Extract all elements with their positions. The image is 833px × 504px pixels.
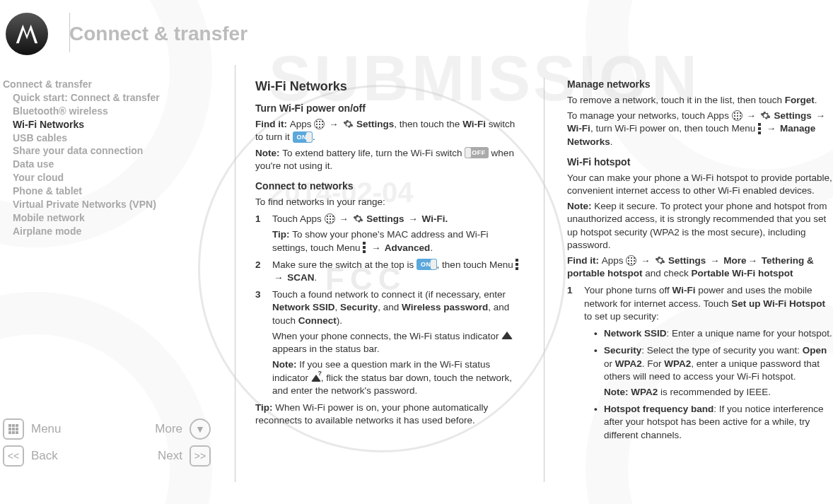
gear-icon — [342, 119, 354, 130]
table-of-contents: Connect & transferQuick start: Connect &… — [3, 78, 228, 238]
toc-item[interactable]: Bluetooth® wireless — [3, 105, 228, 118]
switch-off-icon: OFF — [465, 147, 489, 158]
menu-dots-icon — [515, 259, 520, 270]
svg-rect-3 — [8, 428, 11, 430]
svg-rect-4 — [12, 428, 15, 430]
chevron-right-icon: >> — [190, 445, 211, 467]
toc-item[interactable]: Data use — [3, 158, 228, 171]
svg-rect-7 — [12, 431, 15, 434]
menu-dots-icon — [363, 242, 367, 253]
wifi-question-icon — [311, 373, 321, 382]
column-divider — [235, 65, 235, 482]
toc-item[interactable]: Share your data connection — [3, 144, 228, 158]
more-button[interactable]: ▼ More — [155, 418, 211, 440]
next-label: Next — [158, 449, 182, 463]
toc-item[interactable]: Wi-Fi Networks — [3, 118, 228, 131]
circle-down-icon: ▼ — [190, 418, 211, 440]
menu-dots-icon — [758, 123, 762, 134]
more-label: More — [155, 422, 182, 436]
subsection-heading: Connect to networks — [255, 180, 521, 193]
body-text: To find networks in your range: — [255, 196, 521, 209]
page-title: Connect & transfer — [69, 23, 247, 45]
body-text: Note: To extend battery life, turn the W… — [255, 147, 521, 172]
back-label: Back — [31, 449, 58, 463]
column-divider — [544, 78, 544, 482]
subsection-heading: Turn Wi-Fi power on/off — [255, 102, 521, 115]
back-button[interactable]: << Back — [3, 445, 58, 467]
header-divider — [69, 13, 70, 52]
grid-icon — [3, 418, 24, 440]
toc-item[interactable]: Mobile network — [3, 211, 228, 225]
svg-rect-6 — [8, 431, 11, 434]
subsection-heading: Manage networks — [567, 78, 833, 91]
svg-rect-8 — [16, 431, 18, 434]
toc-item[interactable]: USB cables — [3, 131, 228, 145]
body-text: To manage your networks, touch Apps → Se… — [567, 110, 833, 148]
svg-rect-5 — [16, 428, 18, 430]
body-text: To remove a network, touch it in the lis… — [567, 94, 833, 107]
svg-rect-2 — [16, 424, 18, 427]
body-text: Tip: When Wi-Fi power is on, your phone … — [255, 402, 521, 427]
body-text: Note: Keep it secure. To protect your ph… — [567, 200, 833, 252]
list-item: Touch a found network to connect it (if … — [255, 288, 521, 397]
svg-rect-1 — [12, 424, 15, 427]
list-item: Your phone turns off Wi-Fi power and use… — [567, 284, 833, 441]
toc-item[interactable]: Phone & tablet — [3, 184, 228, 198]
list-item: Network SSID: Enter a unique name for yo… — [594, 327, 833, 340]
apps-icon — [626, 255, 636, 266]
gear-icon — [760, 110, 771, 122]
list-item: Touch Apps → Settings → Wi-Fi. Tip: To s… — [255, 213, 521, 254]
subsection-heading: Wi-Fi hotspot — [567, 156, 833, 169]
toc-item[interactable]: Virtual Private Networks (VPN) — [3, 198, 228, 211]
switch-on-icon: ON — [416, 259, 437, 270]
apps-icon — [314, 119, 325, 129]
body-text: Your can make your phone a Wi-Fi hotspot… — [567, 172, 833, 197]
gear-icon — [654, 254, 665, 266]
menu-button[interactable]: Menu — [3, 418, 62, 440]
toc-item[interactable]: Your cloud — [3, 171, 228, 184]
list-item: Security: Select the type of security yo… — [594, 344, 833, 399]
content-column-right: Manage networks To remove a network, tou… — [567, 78, 833, 482]
chevron-left-icon: << — [3, 445, 24, 467]
svg-rect-0 — [8, 424, 11, 427]
toc-item[interactable]: Quick start: Connect & transfer — [3, 91, 228, 105]
motorola-logo — [6, 13, 48, 55]
next-button[interactable]: >> Next — [158, 445, 211, 467]
apps-icon — [325, 213, 335, 224]
toc-item[interactable]: Connect & transfer — [3, 78, 228, 91]
list-item: Hotspot frequency band: If you notice in… — [594, 403, 833, 442]
wifi-icon — [501, 332, 513, 339]
body-text: Find it: Apps → Settings, then touch the… — [255, 118, 521, 143]
section-heading: Wi-Fi Networks — [255, 78, 521, 95]
menu-label: Menu — [31, 422, 62, 436]
list-item: Make sure the switch at the top is ON, t… — [255, 259, 521, 284]
gear-icon — [353, 213, 364, 225]
toc-item[interactable]: Airplane mode — [3, 225, 228, 238]
switch-on-icon: ON — [293, 131, 313, 143]
content-column-left: Wi-Fi Networks Turn Wi-Fi power on/off F… — [255, 78, 521, 482]
apps-icon — [732, 110, 742, 121]
body-text: Find it: Apps → Settings → More→ Tetheri… — [567, 254, 833, 280]
